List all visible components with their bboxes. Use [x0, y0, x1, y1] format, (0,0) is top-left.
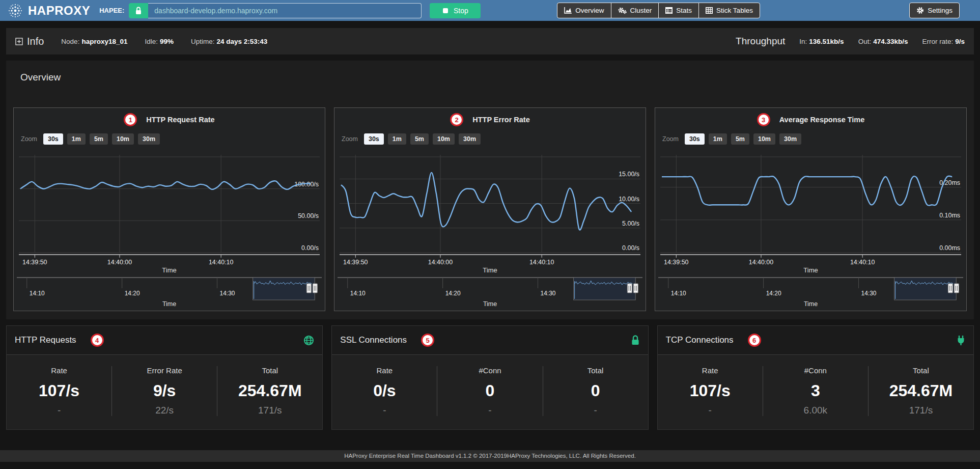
- error-rate-stat: Error rate:9/s: [922, 38, 965, 45]
- step-badge: 2: [450, 113, 463, 126]
- cluster-button[interactable]: Cluster: [611, 3, 659, 18]
- zoom-1m-button[interactable]: 1m: [388, 133, 406, 145]
- overview-button[interactable]: Overview: [557, 3, 611, 18]
- svg-text:Time: Time: [483, 266, 497, 273]
- haproxy-logo: HAPROXY: [7, 3, 90, 19]
- svg-text:14:20: 14:20: [125, 290, 140, 297]
- zoom-5m-button[interactable]: 5m: [90, 133, 108, 145]
- card-column: Total 254.67M 171/s: [869, 366, 973, 416]
- hapee-label: HAPEE:: [99, 7, 124, 14]
- url-bar: [129, 3, 422, 18]
- svg-text:14:40:00: 14:40:00: [749, 259, 774, 266]
- step-badge: 4: [91, 334, 104, 347]
- node-stat: Node:haproxy18_01: [61, 38, 127, 45]
- svg-text:14:10: 14:10: [350, 290, 366, 297]
- card-column: Total 0 -: [543, 366, 648, 416]
- zoom-10m-button[interactable]: 10m: [112, 133, 134, 145]
- zoom-30s-button[interactable]: 30s: [685, 133, 705, 145]
- lock-icon: [631, 335, 640, 346]
- chart-panel-http-error-rate: 2 HTTP Error Rate Zoom 30s 1m 5m 10m 30m…: [334, 107, 646, 311]
- zoom-1m-button[interactable]: 1m: [709, 133, 727, 145]
- card-title: HTTP Requests: [15, 335, 76, 345]
- svg-text:14:30: 14:30: [541, 290, 556, 297]
- zoom-30s-button[interactable]: 30s: [364, 133, 384, 145]
- svg-text:Time: Time: [483, 300, 497, 308]
- info-bar: Info Node:haproxy18_01 Idle:99% Uptime:2…: [6, 28, 974, 54]
- card-column: Total 254.67M 171/s: [217, 366, 322, 416]
- gear-icon: [916, 7, 924, 14]
- section-title: Overview: [20, 72, 967, 83]
- plug-icon: [957, 335, 965, 346]
- zoom-10m-button[interactable]: 10m: [433, 133, 455, 145]
- table-icon: [665, 7, 673, 14]
- lock-icon: [135, 7, 142, 15]
- view-switcher: Overview Cluster Stats Stick Tables: [557, 3, 760, 18]
- info-toggle[interactable]: Info: [15, 36, 44, 47]
- stats-button[interactable]: Stats: [658, 3, 699, 18]
- zoom-30s-button[interactable]: 30s: [43, 133, 63, 145]
- card-column: #Conn 0 -: [437, 366, 543, 416]
- svg-text:0.00/s: 0.00/s: [301, 244, 319, 252]
- zoom-5m-button[interactable]: 5m: [410, 133, 429, 145]
- ssl-connections-card: SSL Connections 5 Rate 0/s - #Conn 0 - T…: [331, 325, 648, 430]
- chart-panel-http-request-rate: 1 HTTP Request Rate Zoom 30s 1m 5m 10m 3…: [13, 107, 325, 311]
- zoom-10m-button[interactable]: 10m: [753, 133, 775, 145]
- step-badge: 3: [757, 113, 770, 126]
- svg-text:14:20: 14:20: [445, 290, 461, 297]
- zoom-controls: Zoom 30s 1m 5m 10m 30m: [342, 133, 642, 145]
- out-stat: Out:474.33kb/s: [858, 38, 908, 45]
- overview-section: Overview 1 HTTP Request Rate Zoom 30s 1m…: [6, 61, 974, 319]
- svg-text:50.00/s: 50.00/s: [298, 212, 319, 219]
- address-input[interactable]: [148, 3, 422, 18]
- svg-text:14:40:10: 14:40:10: [529, 259, 554, 266]
- uptime-stat: Uptime:24 days 2:53:43: [191, 38, 267, 45]
- svg-text:14:30: 14:30: [220, 290, 235, 297]
- zoom-30m-button[interactable]: 30m: [459, 133, 481, 145]
- line-chart[interactable]: 14:39:5014:40:0014:40:100.20ms0.10ms0.00…: [658, 153, 963, 273]
- svg-text:0.10ms: 0.10ms: [939, 212, 960, 219]
- zoom-5m-button[interactable]: 5m: [731, 133, 749, 145]
- line-chart[interactable]: 14:39:5014:40:0014:40:1015.00/s10.00/s5.…: [338, 153, 642, 273]
- card-title: TCP Connections: [666, 335, 734, 345]
- svg-text:Time: Time: [803, 266, 818, 273]
- svg-text:14:39:50: 14:39:50: [22, 259, 47, 266]
- card-title: SSL Connections: [340, 335, 407, 345]
- svg-text:5.00/s: 5.00/s: [622, 220, 639, 227]
- stop-icon: [442, 8, 449, 14]
- svg-text:14:40:10: 14:40:10: [209, 259, 234, 266]
- chart-title: HTTP Request Rate: [146, 116, 214, 124]
- top-navbar: HAPROXY HAPEE: Stop Overview: [0, 0, 980, 21]
- svg-text:14:39:50: 14:39:50: [664, 259, 689, 266]
- settings-button[interactable]: Settings: [909, 3, 960, 18]
- tcp-connections-card: TCP Connections 6 Rate 107/s - #Conn 3 6…: [657, 325, 974, 430]
- brand-name: HAPROXY: [28, 4, 90, 18]
- stop-button[interactable]: Stop: [430, 3, 481, 18]
- line-chart[interactable]: 14:39:5014:40:0014:40:10100.00/s50.00/s0…: [17, 153, 322, 273]
- svg-text:10.00/s: 10.00/s: [619, 196, 639, 203]
- grid-icon: [706, 7, 713, 14]
- in-stat: In:136.51kb/s: [799, 38, 844, 45]
- svg-text:14:40:10: 14:40:10: [850, 259, 875, 266]
- chart-navigator[interactable]: 14:1014:2014:30Time: [17, 276, 322, 309]
- lock-button[interactable]: [129, 3, 148, 18]
- footer-copyright: HAProxy Enterprise Real Time Dashboard v…: [0, 450, 980, 462]
- svg-text:Time: Time: [162, 300, 176, 308]
- chart-navigator[interactable]: 14:1014:2014:30Time: [338, 276, 642, 309]
- chart-icon: [564, 7, 572, 14]
- step-badge: 1: [124, 113, 137, 126]
- zoom-30m-button[interactable]: 30m: [138, 133, 160, 145]
- svg-text:Time: Time: [804, 300, 818, 308]
- stick-tables-button[interactable]: Stick Tables: [698, 3, 760, 18]
- svg-text:Time: Time: [162, 266, 176, 273]
- summary-cards: HTTP Requests 4 Rate 107/s - Error Rate …: [6, 325, 974, 430]
- expand-icon: [15, 38, 23, 45]
- card-column: Rate 107/s -: [658, 366, 763, 416]
- chart-title: HTTP Error Rate: [472, 116, 530, 124]
- zoom-1m-button[interactable]: 1m: [67, 133, 86, 145]
- svg-text:14:10: 14:10: [671, 290, 686, 297]
- step-badge: 5: [421, 334, 434, 347]
- globe-icon: [303, 335, 314, 346]
- chart-navigator[interactable]: 14:1014:2014:30Time: [658, 276, 963, 309]
- svg-text:14:20: 14:20: [766, 290, 781, 297]
- zoom-30m-button[interactable]: 30m: [779, 133, 801, 145]
